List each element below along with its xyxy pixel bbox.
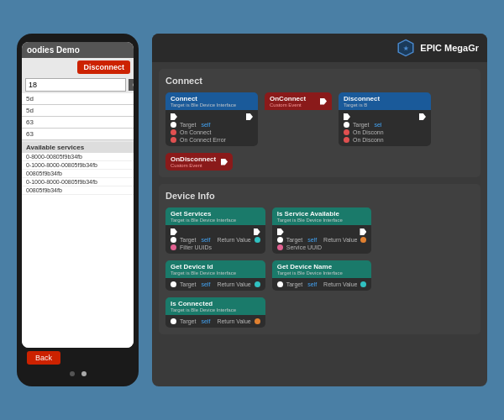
get-device-id-node[interactable]: Get Device Id Target is Ble Device Inter… xyxy=(165,260,265,291)
uuid-item: 0-1000-8000-00805f9b34fb xyxy=(22,161,134,170)
target-pin xyxy=(171,237,176,243)
epic-logo-icon: ★ xyxy=(396,39,415,57)
target-pin xyxy=(277,237,283,243)
uuid-item: 00805f9b34fb xyxy=(22,186,134,195)
target-pin xyxy=(277,281,283,287)
is-connected-body: Target self Return Value xyxy=(165,315,265,328)
event-label-2: OnDisconnect xyxy=(171,155,216,163)
on-connect-event-node[interactable]: OnConnect Custom Event xyxy=(265,92,332,146)
event-node-body-2: OnDisconnect Custom Event xyxy=(165,153,233,171)
uuid-item: 00805f9b34fb xyxy=(22,170,134,178)
is-service-header: Is Service Available Target is Ble Devic… xyxy=(272,207,372,225)
nav-dot-active xyxy=(81,371,87,376)
connect-section-title: Connect xyxy=(165,76,474,86)
exec-pin-in xyxy=(344,113,350,120)
pin-row: Target self Return Value xyxy=(171,281,260,287)
phone-nav-dots xyxy=(22,368,134,378)
exec-pin-in xyxy=(171,113,177,120)
get-device-name-body: Target self Return Value xyxy=(272,278,372,291)
pin-row: Target self Return Value xyxy=(277,281,367,287)
list-item: 63 xyxy=(22,129,134,140)
disconnect-row: Disconnect xyxy=(22,58,134,76)
filter-pin xyxy=(171,244,176,250)
on-disconnect2-pin xyxy=(344,137,349,143)
connect-section: Connect Connect Target is Ble Device Int… xyxy=(159,69,480,177)
disconnect-node-body: Target sel On Disconn On Disconn xyxy=(339,110,431,146)
exec-in xyxy=(277,228,284,235)
pin-row: On Disconn xyxy=(344,129,426,135)
uuid-item: 0-8000-00805f9b34fb xyxy=(22,153,134,161)
get-device-name-node[interactable]: Get Device Name Target is Ble Device Int… xyxy=(272,260,372,291)
get-device-id-header: Get Device Id Target is Ble Device Inter… xyxy=(165,260,265,278)
connect-nodes-row: Connect Target is Ble Device Interface T… xyxy=(165,92,474,171)
return-pin xyxy=(255,237,260,243)
list-item: 63 xyxy=(22,117,134,129)
exec-out xyxy=(254,228,260,235)
get-services-node[interactable]: Get Services Target is Ble Device Interf… xyxy=(165,207,265,254)
pin-row xyxy=(171,113,253,120)
phone-screen: oodies Demo Disconnect Check 5d 5d 63 63… xyxy=(22,42,134,348)
phone-footer: Back xyxy=(22,348,134,368)
exec-pin-out xyxy=(320,98,327,105)
return-pin xyxy=(255,281,260,287)
is-connected-node[interactable]: Is Connected Target is Ble Device Interf… xyxy=(165,297,265,328)
target-pin xyxy=(171,318,176,324)
pin-row: Target sel xyxy=(344,122,426,128)
pin-row xyxy=(171,228,260,235)
pin-row: Target self Return Value xyxy=(171,237,260,243)
pin-row: On Connect xyxy=(171,129,253,135)
back-button[interactable]: Back xyxy=(27,351,60,365)
list-item: 5d xyxy=(22,105,134,117)
service-uuid-pin xyxy=(277,244,283,250)
connect-node[interactable]: Connect Target is Ble Device Interface T… xyxy=(165,92,258,146)
disconnect-node-header: Disconnect Target is B xyxy=(339,92,431,110)
disconnect-button[interactable]: Disconnect xyxy=(77,60,130,74)
available-services-header: Available services xyxy=(22,142,134,153)
pin-row: Target self Return Value xyxy=(171,318,260,324)
get-device-id-body: Target self Return Value xyxy=(165,278,265,291)
exec-in xyxy=(171,228,177,235)
exec-pin-out xyxy=(246,113,253,120)
pin-row: Target self Return Value xyxy=(277,237,367,243)
blueprint-panel: ★ EPIC MegaGr Connect Connect Target is … xyxy=(152,34,487,386)
connect-node-header: Connect Target is Ble Device Interface xyxy=(165,92,258,110)
svg-text:★: ★ xyxy=(403,45,409,52)
on-disconnect-event-node[interactable]: OnDisconnect Custom Event xyxy=(165,153,233,171)
return-pin xyxy=(255,318,260,324)
device-info-section-title: Device Info xyxy=(165,191,474,201)
on-disconnect-pin xyxy=(344,129,349,135)
device-info-section: Device Info Get Services Target is Ble D… xyxy=(159,184,480,334)
pin-row: On Disconn xyxy=(344,137,426,143)
brand-name: EPIC MegaGr xyxy=(420,43,479,53)
disconnect-node[interactable]: Disconnect Target is B Target sel xyxy=(339,92,431,146)
phone-mockup: oodies Demo Disconnect Check 5d 5d 63 63… xyxy=(17,34,139,386)
app-title: oodies Demo xyxy=(22,42,134,58)
pin-row: Target self xyxy=(171,122,253,128)
is-service-body: Target self Return Value Service UUID xyxy=(272,225,372,254)
target-pin xyxy=(171,122,176,128)
target-pin xyxy=(171,281,176,287)
device-info-nodes-row: Get Services Target is Ble Device Interf… xyxy=(165,207,474,328)
is-service-available-node[interactable]: Is Service Available Target is Ble Devic… xyxy=(272,207,372,254)
return-pin xyxy=(360,237,366,243)
pin-row: Service UUID xyxy=(277,244,367,250)
get-device-name-header: Get Device Name Target is Ble Device Int… xyxy=(272,260,372,278)
uuid-item: 0-1000-8000-00805f9b34fb xyxy=(22,178,134,186)
event-subtext: Custom Event xyxy=(270,102,306,108)
device-input[interactable] xyxy=(25,78,126,92)
check-button[interactable]: Check xyxy=(129,79,134,91)
get-services-header: Get Services Target is Ble Device Interf… xyxy=(165,207,265,225)
pin-row: Filter UUIDs xyxy=(171,244,260,250)
exec-pin-out xyxy=(419,113,426,120)
pin-row: On Connect Error xyxy=(171,137,253,143)
event-label: OnConnect xyxy=(270,95,306,102)
event-node-body: OnConnect Custom Event xyxy=(265,92,332,110)
nav-dot xyxy=(70,371,75,376)
exec-out xyxy=(360,228,366,235)
blueprint-canvas[interactable]: Connect Connect Target is Ble Device Int… xyxy=(152,62,487,386)
connect-node-body: Target self On Connect On Connect Error xyxy=(165,110,258,146)
get-services-body: Target self Return Value Filter UUIDs xyxy=(165,225,265,254)
return-pin xyxy=(360,281,366,287)
pin-row xyxy=(344,113,426,120)
pin-row xyxy=(277,228,367,235)
